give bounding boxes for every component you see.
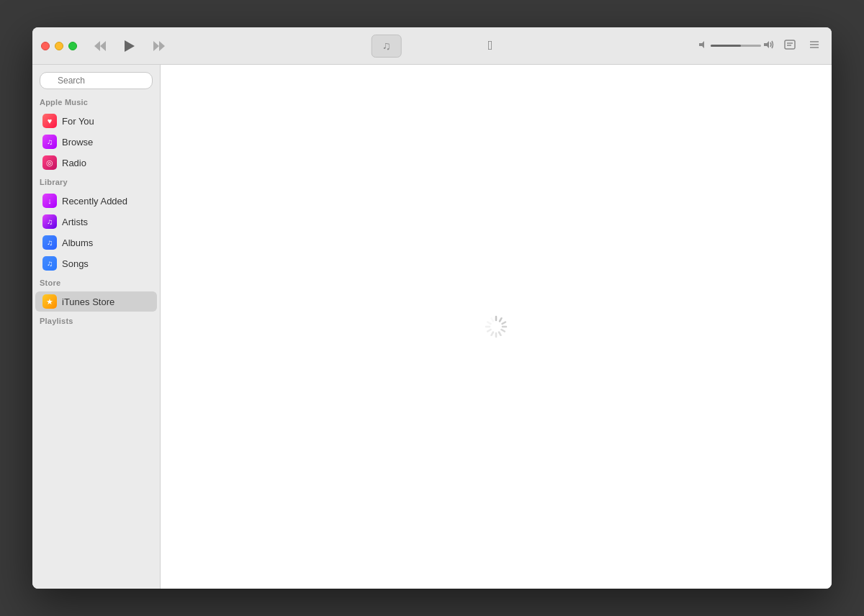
library-section: Library ↓ Recently Added ♫ Artists ♫ Alb…: [32, 178, 160, 274]
titlebar: ♫ : [32, 27, 832, 65]
sidebar-item-albums[interactable]: ♫ Albums: [35, 232, 157, 253]
search-container: 🔍: [32, 72, 160, 98]
browse-icon: ♫: [42, 135, 57, 149]
volume-slider[interactable]: [711, 45, 761, 47]
library-label: Library: [32, 178, 160, 190]
play-button[interactable]: [122, 37, 138, 55]
artists-icon: ♫: [42, 214, 57, 229]
svg-marker-3: [153, 41, 159, 51]
svg-line-15: [503, 322, 506, 325]
itunes-store-icon: ★: [42, 294, 57, 309]
loading-spinner: [485, 315, 508, 338]
sidebar: 🔍 Apple Music ♥ For You ♫ Browse ◎ Radio: [32, 65, 161, 589]
traffic-lights: [41, 42, 77, 50]
svg-rect-7: [785, 40, 795, 49]
volume-control: [699, 40, 774, 51]
rewind-button[interactable]: [91, 38, 109, 54]
fast-forward-button[interactable]: [150, 38, 168, 54]
volume-slider-track: [711, 45, 741, 47]
svg-marker-6: [764, 41, 769, 48]
songs-icon: ♫: [42, 256, 57, 271]
svg-line-18: [499, 332, 501, 335]
apple-music-section: Apple Music ♥ For You ♫ Browse ◎ Radio: [32, 98, 160, 173]
svg-marker-2: [125, 40, 135, 52]
music-note-icon: ♫: [382, 40, 391, 53]
sidebar-item-artists[interactable]: ♫ Artists: [35, 212, 157, 232]
titlebar-center: ♫ : [372, 35, 493, 58]
recently-added-label: Recently Added: [62, 196, 127, 207]
apple-music-label: Apple Music: [32, 98, 160, 110]
music-icon-button[interactable]: ♫: [372, 35, 402, 58]
sidebar-item-for-you[interactable]: ♥ For You: [35, 111, 157, 131]
albums-icon: ♫: [42, 235, 57, 250]
radio-label: Radio: [62, 158, 86, 168]
for-you-label: For You: [62, 116, 94, 127]
recently-added-icon: ↓: [42, 194, 57, 208]
spinner-svg: [485, 315, 508, 338]
content-area: [161, 65, 832, 589]
for-you-icon: ♥: [42, 114, 57, 128]
apple-logo: : [488, 38, 493, 53]
svg-line-24: [492, 318, 494, 321]
svg-marker-0: [94, 41, 100, 51]
svg-marker-1: [100, 41, 106, 51]
titlebar-right: [699, 37, 823, 55]
svg-line-21: [487, 330, 490, 332]
playback-controls: [91, 37, 168, 55]
albums-label: Albums: [62, 237, 93, 248]
svg-marker-5: [699, 41, 704, 48]
svg-line-20: [492, 332, 494, 335]
list-view-button[interactable]: [806, 37, 823, 55]
sidebar-item-songs[interactable]: ♫ Songs: [35, 253, 157, 273]
volume-max-icon: [764, 40, 774, 51]
store-label: Store: [32, 278, 160, 291]
svg-marker-4: [159, 41, 165, 51]
browse-label: Browse: [62, 137, 93, 148]
playlists-section: Playlists: [32, 317, 160, 329]
svg-line-23: [487, 322, 490, 325]
artists-label: Artists: [62, 217, 88, 227]
svg-line-14: [500, 318, 502, 321]
songs-label: Songs: [62, 258, 89, 269]
playlists-label: Playlists: [32, 317, 160, 329]
volume-min-icon: [699, 40, 708, 51]
sidebar-item-radio[interactable]: ◎ Radio: [35, 153, 157, 173]
sidebar-item-browse[interactable]: ♫ Browse: [35, 132, 157, 152]
sidebar-item-itunes-store[interactable]: ★ iTunes Store: [35, 291, 157, 312]
store-section: Store ★ iTunes Store: [32, 278, 160, 312]
close-button[interactable]: [41, 42, 50, 50]
sidebar-item-recently-added[interactable]: ↓ Recently Added: [35, 191, 157, 211]
lyrics-button[interactable]: [781, 37, 798, 55]
svg-line-17: [502, 330, 505, 332]
itunes-window: ♫ : [32, 27, 832, 589]
radio-icon: ◎: [42, 155, 57, 170]
maximize-button[interactable]: [68, 42, 77, 50]
search-input[interactable]: [40, 72, 153, 89]
itunes-store-label: iTunes Store: [62, 296, 114, 307]
main-content: 🔍 Apple Music ♥ For You ♫ Browse ◎ Radio: [32, 65, 832, 589]
search-wrapper: 🔍: [40, 72, 153, 89]
minimize-button[interactable]: [55, 42, 63, 50]
